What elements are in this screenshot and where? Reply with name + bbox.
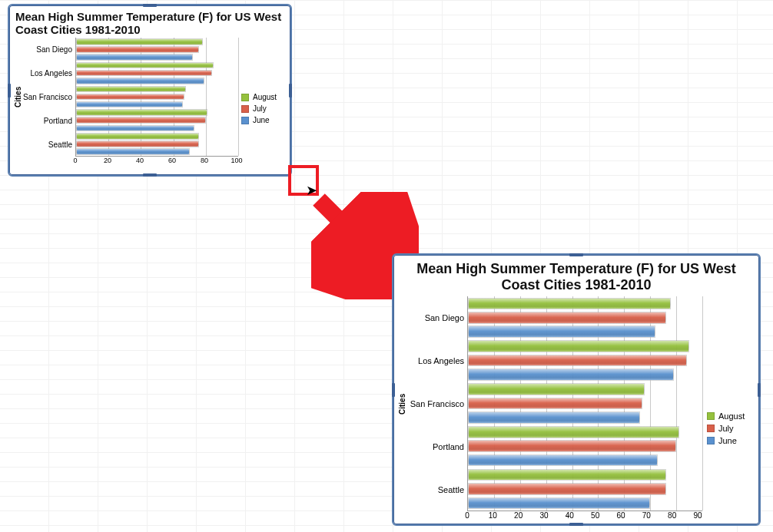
resize-handle-top[interactable] xyxy=(569,253,583,256)
bar xyxy=(468,368,674,381)
bar xyxy=(468,440,676,452)
resize-handle-right[interactable] xyxy=(289,84,292,97)
cursor-icon: ➤ xyxy=(306,182,317,199)
resize-handle-bottom[interactable] xyxy=(143,173,157,177)
bar xyxy=(468,483,666,495)
bar xyxy=(468,325,655,338)
bar xyxy=(468,383,645,395)
bar xyxy=(76,46,199,53)
chart-title: Mean High Summer Temperature (F) for US … xyxy=(393,255,759,293)
bar xyxy=(76,70,212,77)
x-axis-ticks: 0102030405060708090 xyxy=(467,511,698,524)
bar xyxy=(468,411,640,424)
chart-small[interactable]: Mean High Summer Temperature (F) for US … xyxy=(8,4,292,177)
bar xyxy=(76,101,183,108)
chart-title: Mean High Summer Temperature (F) for US … xyxy=(9,5,290,36)
resize-handle-right[interactable] xyxy=(758,383,761,397)
resize-handle-top[interactable] xyxy=(143,4,157,7)
bar xyxy=(76,94,184,101)
bar xyxy=(468,497,650,510)
legend: August July June xyxy=(707,408,753,448)
x-axis-ticks: 020406080100 xyxy=(75,157,237,167)
bar xyxy=(468,454,658,467)
bar xyxy=(76,117,206,124)
resize-handle-left[interactable] xyxy=(392,383,395,397)
bar xyxy=(468,426,679,438)
plot-area xyxy=(75,38,238,157)
bar xyxy=(76,148,190,155)
bar xyxy=(76,140,199,147)
y-axis-categories: San Diego Los Angeles San Francisco Port… xyxy=(23,38,75,157)
chart-big[interactable]: Mean High Summer Temperature (F) for US … xyxy=(392,253,761,526)
bar xyxy=(468,469,666,481)
plot-area xyxy=(467,296,702,511)
y-axis-label: Cities xyxy=(12,38,23,157)
bar xyxy=(76,62,214,69)
bar xyxy=(468,398,642,410)
bar xyxy=(76,133,199,140)
bar xyxy=(468,298,671,310)
bar xyxy=(76,125,194,132)
y-axis-categories: San Diego Los Angeles San Francisco Port… xyxy=(407,296,467,511)
bar xyxy=(76,54,193,61)
legend: August July June xyxy=(241,90,286,127)
bar xyxy=(468,355,687,367)
bar xyxy=(76,78,204,84)
bar xyxy=(76,38,203,45)
bar xyxy=(76,109,207,116)
bar xyxy=(468,340,689,352)
y-axis-label: Cities xyxy=(396,296,407,511)
bar xyxy=(468,312,666,324)
resize-handle-left[interactable] xyxy=(8,84,11,97)
bar xyxy=(76,86,186,93)
